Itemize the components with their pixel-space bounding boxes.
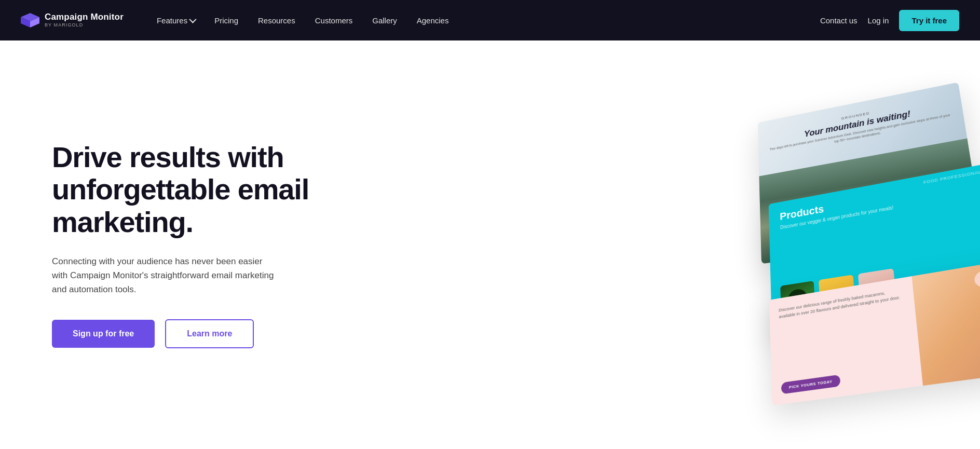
login-link[interactable]: Log in [868, 16, 889, 25]
sign-up-button[interactable]: Sign up for free [52, 320, 155, 348]
hero-visual: GROUNDED Your mountain is waiting! Two d… [606, 89, 980, 401]
learn-more-button[interactable]: Learn more [165, 319, 254, 348]
nav-agencies[interactable]: Agencies [409, 12, 457, 29]
chevron-down-icon [189, 16, 196, 23]
contact-us-link[interactable]: Contact us [820, 16, 857, 25]
hero-content: Drive results with unforgettable email m… [52, 141, 322, 349]
navbar: Campaign Monitor by MARIGOLD Features Pr… [0, 0, 980, 40]
nav-pricing[interactable]: Pricing [206, 12, 247, 29]
nav-links: Features Pricing Resources Customers Gal… [148, 12, 820, 29]
nav-right: Contact us Log in Try it free [820, 10, 959, 31]
logo-sub-text: by MARIGOLD [45, 23, 124, 28]
nav-gallery[interactable]: Gallery [364, 12, 405, 29]
try-it-free-button[interactable]: Try it free [899, 10, 959, 31]
nav-features[interactable]: Features [148, 12, 203, 29]
hero-section: Drive results with unforgettable email m… [0, 40, 980, 449]
nav-customers[interactable]: Customers [307, 12, 361, 29]
email-stack: GROUNDED Your mountain is waiting! Two d… [606, 89, 980, 401]
hero-subtitle: Connecting with your audience has never … [52, 254, 275, 297]
card3-image: er. [911, 259, 980, 386]
hero-title: Drive results with unforgettable email m… [52, 141, 322, 239]
logo-link[interactable]: Campaign Monitor by MARIGOLD [21, 12, 124, 28]
logo-icon [21, 13, 39, 28]
hero-buttons: Sign up for free Learn more [52, 319, 322, 348]
logo-main-text: Campaign Monitor [45, 12, 124, 22]
card3-cta: PICK YOURS TODAY [781, 374, 841, 394]
nav-resources[interactable]: Resources [250, 12, 304, 29]
